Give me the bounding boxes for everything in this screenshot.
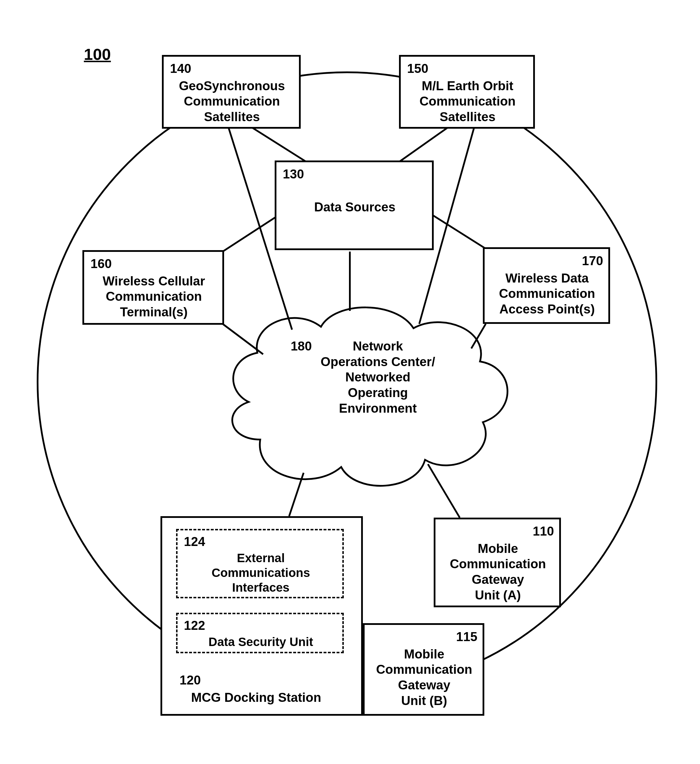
svg-line-10 [289, 473, 304, 516]
figure-id: 100 [84, 45, 111, 64]
box-number: 120 [180, 672, 200, 688]
box-label: Mobile Communication Gateway Unit (B) [371, 646, 478, 708]
box-external-comm-interfaces: 124 External Communications Interfaces [176, 529, 344, 598]
box-label: Wireless Data Communication Access Point… [491, 270, 603, 317]
box-number: 160 [91, 256, 217, 272]
box-label: M/L Earth Orbit Communication Satellites [407, 78, 528, 125]
box-label: Wireless Cellular Communication Terminal… [91, 273, 217, 320]
box-number: 140 [170, 61, 294, 76]
svg-line-8 [222, 324, 263, 354]
box-number: 170 [491, 253, 603, 269]
box-label: Mobile Communication Gateway Unit (A) [442, 541, 554, 603]
box-label: GeoSynchronous Communication Satellites [170, 78, 294, 125]
svg-line-1 [252, 127, 307, 162]
box-label: Data Sources [283, 199, 427, 215]
cloud-network-ops-center: 180 Network Operations Center/ Networked… [285, 338, 441, 416]
box-wireless-cellular-terminals: 160 Wireless Cellular Communication Term… [82, 250, 224, 325]
box-number: 115 [371, 629, 478, 645]
diagram-canvas: 100 140 GeoSynchronous Communication Sat… [0, 0, 700, 764]
box-ml-earth-orbit-satellites: 150 M/L Earth Orbit Communication Satell… [399, 55, 535, 129]
svg-line-5 [222, 214, 280, 252]
box-number: 122 [184, 618, 205, 633]
cloud-label-text: Network Operations Center/ Networked Ope… [321, 338, 435, 416]
box-geo-sync-satellites: 140 GeoSynchronous Communication Satelli… [162, 55, 301, 129]
svg-line-9 [471, 324, 486, 348]
box-number: 130 [283, 166, 427, 182]
box-number: 150 [407, 61, 528, 76]
cloud-number: 180 [291, 338, 312, 354]
box-label: Data Security Unit [184, 634, 338, 649]
box-wireless-data-access-points: 170 Wireless Data Communication Access P… [483, 247, 610, 324]
box-data-sources: 130 Data Sources [275, 160, 434, 250]
box-number: 124 [184, 534, 338, 550]
box-label: MCG Docking Station [191, 690, 321, 705]
svg-line-6 [431, 214, 486, 249]
box-mobile-gateway-b: 115 Mobile Communication Gateway Unit (B… [363, 623, 484, 716]
svg-line-2 [399, 127, 448, 162]
svg-line-11 [428, 464, 460, 518]
box-number: 110 [442, 523, 554, 539]
box-mcg-docking-station: 124 External Communications Interfaces 1… [160, 516, 363, 716]
box-mobile-gateway-a: 110 Mobile Communication Gateway Unit (A… [434, 518, 561, 607]
box-label: External Communications Interfaces [184, 551, 338, 595]
box-data-security-unit: 122 Data Security Unit [176, 613, 344, 653]
